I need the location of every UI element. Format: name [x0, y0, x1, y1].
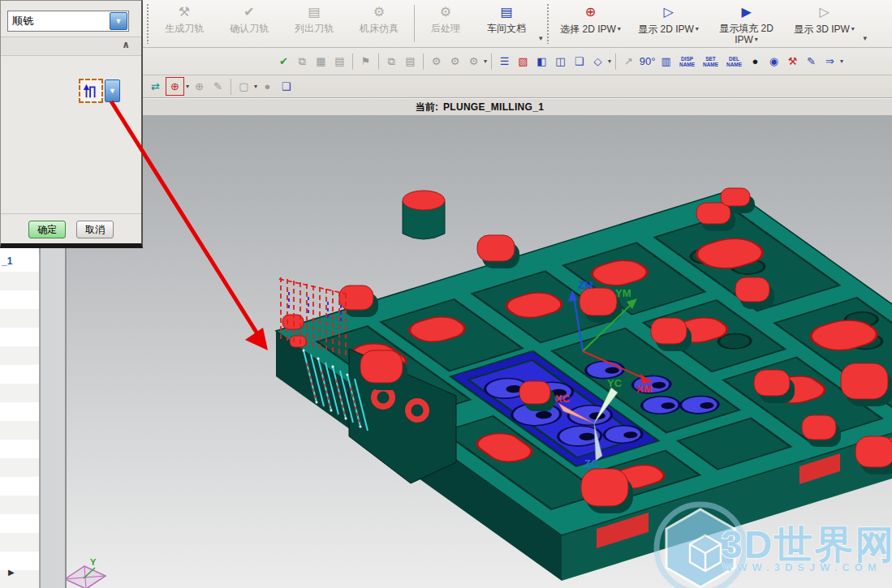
cube-corner-icon[interactable]: ❑ — [571, 53, 588, 70]
disp-name-icon[interactable]: DISP NAME — [676, 53, 698, 70]
machine-simulation-icon: ⚙ — [373, 5, 385, 21]
secondary-toolbar: ✔⧉▦▤⚑⧉▤⚙⚙⚙▾☰▧◧◫❑◇▾↗90°▥DISP NAMESET NAME… — [143, 48, 892, 75]
watermark-title: 3D世界网 — [721, 523, 892, 566]
verify-toolpath-button[interactable]: ✔ 确认刀轨 — [217, 0, 282, 34]
verify-toolpath-icon: ✔ — [243, 5, 254, 21]
dropdown-arrow-icon[interactable]: ▾ — [851, 25, 855, 32]
operation-navigator[interactable]: _1 ▶ — [0, 253, 40, 588]
toolbar-separator — [352, 54, 353, 70]
dropdown-arrow-icon[interactable]: ▾ — [186, 83, 189, 90]
generate-toolpath-button[interactable]: ⚒ 生成刀轨 — [152, 0, 217, 34]
swap-filter-icon[interactable]: ⇄ — [147, 78, 164, 95]
marquee-select-icon[interactable]: ▢ — [235, 78, 252, 95]
bounding-box-icon[interactable]: ◫ — [552, 53, 569, 70]
lamp-icon[interactable]: ● — [747, 53, 764, 70]
dropdown-arrow-icon[interactable]: ▾ — [618, 25, 621, 32]
button-label: 显示 3D IPW▾ — [794, 24, 855, 35]
table-icon[interactable]: ▤ — [331, 53, 348, 70]
document-icon[interactable]: ▤ — [402, 53, 419, 70]
paste-icon[interactable]: ▦ — [312, 53, 330, 70]
combo-value: 顺铣 — [8, 14, 109, 28]
mcs-xm-label: XM — [636, 383, 653, 395]
wcs-zc-label: ZC — [584, 457, 599, 470]
pattern-dropdown-icon[interactable]: ▼ — [105, 79, 120, 102]
spiral-icon[interactable]: ▧ — [515, 53, 532, 70]
toolbar-overflow-icon[interactable]: ▾ — [539, 34, 543, 42]
button-label: 机床仿真 — [360, 24, 399, 34]
toolbar-separator — [414, 5, 415, 42]
show-2d-ipw-icon: ▷ — [663, 5, 673, 21]
tools-icon[interactable]: ⚒ — [784, 53, 801, 70]
shaded-cube-icon[interactable]: ❑ — [278, 78, 295, 95]
status-bar: 当前: PLUNGE_MILLING_1 — [143, 98, 892, 115]
cut-pattern-button[interactable] — [79, 79, 103, 103]
mcs-ym-label: YM — [615, 287, 631, 299]
button-label: 车间文档 — [487, 24, 526, 34]
sweep-icon[interactable]: ◧ — [533, 53, 550, 70]
dropdown-arrow-icon[interactable]: ▾ — [484, 58, 487, 65]
machine-axis-icon[interactable]: ⚙ — [465, 53, 482, 70]
watermark-url: WWW.3DSJW.COM — [722, 561, 881, 573]
rotate-90-icon[interactable]: 90° — [639, 53, 656, 70]
toolbar-grip[interactable] — [546, 3, 550, 44]
current-operation-label: 当前: — [416, 101, 438, 114]
list-output-icon[interactable]: ☰ — [496, 53, 513, 70]
ok-button[interactable]: 确定 — [28, 221, 66, 238]
selection-toolbar: ⇄⊕▾⊕✎▢▾●❑ — [143, 75, 892, 98]
cancel-button[interactable]: 取消 — [76, 221, 114, 238]
diagonal-arrow-icon[interactable]: ↗ — [620, 53, 637, 70]
toolbar-grip[interactable] — [146, 3, 150, 44]
toolbar-separator — [378, 54, 379, 70]
del-name-icon[interactable]: DEL NAME — [723, 53, 745, 70]
show-filled-2d-ipw-icon: ▶ — [741, 5, 751, 21]
current-operation-value: PLUNGE_MILLING_1 — [443, 101, 544, 113]
postprocess-button[interactable]: ⚙ 后处理 — [417, 0, 474, 34]
dropdown-arrow-icon[interactable]: ▾ — [755, 36, 758, 43]
cut-direction-combo[interactable]: 顺铣 ▼ — [7, 11, 129, 32]
toolbar-overflow-icon[interactable]: ▾ — [864, 34, 868, 42]
toolbar-separator — [615, 54, 616, 70]
rotate-crosshair-icon[interactable]: ⊕ — [191, 78, 208, 95]
button-label: 选择 2D IPW▾ — [560, 24, 621, 35]
dropdown-arrow-icon[interactable]: ▾ — [696, 25, 699, 32]
section-header: ∧ — [1, 36, 141, 56]
book-icon[interactable]: ▥ — [657, 53, 674, 70]
show-filled-2d-ipw-button[interactable]: ▶ 显示填充 2D IPW▾ — [708, 0, 786, 45]
cube-outline-icon[interactable]: ◇ — [589, 53, 606, 70]
part-model — [276, 188, 892, 581]
apply-check-icon[interactable]: ✔ — [275, 53, 292, 70]
list-toolpath-button[interactable]: ▤ 列出刀轨 — [282, 0, 347, 34]
eye-icon[interactable]: ◉ — [765, 53, 782, 70]
button-label: 生成刀轨 — [165, 24, 204, 34]
collapse-chevron-icon[interactable]: ∧ — [122, 39, 130, 50]
show-3d-ipw-button[interactable]: ▷ 显示 3D IPW▾ — [786, 0, 864, 35]
wcs-xc-label: XC — [555, 393, 571, 405]
dropdown-arrow-icon[interactable]: ▾ — [608, 58, 611, 65]
expand-arrow-icon[interactable]: ▶ — [8, 568, 15, 577]
button-label: 后处理 — [431, 24, 460, 34]
wcs-yc-label: YC — [607, 377, 623, 389]
crosshair-funnel-icon[interactable]: ⊕ — [166, 77, 184, 96]
toolbar-separator — [491, 54, 492, 70]
probe-icon[interactable]: ✎ — [209, 78, 226, 95]
navigator-item-partial[interactable]: _1 — [0, 253, 39, 269]
set-name-icon[interactable]: SET NAME — [700, 53, 722, 70]
flag-icon[interactable]: ⚑ — [357, 53, 374, 70]
shaded-sphere-icon[interactable]: ● — [259, 78, 276, 95]
layers-icon[interactable]: ⧉ — [383, 53, 400, 70]
arrow-right-icon[interactable]: ⇒ — [821, 53, 838, 70]
select-2d-ipw-button[interactable]: ⊕ 选择 2D IPW▾ — [552, 0, 630, 35]
machine-tool-icon[interactable]: ⚙ — [446, 53, 463, 70]
show-2d-ipw-button[interactable]: ▷ 显示 2D IPW▾ — [630, 0, 708, 35]
copy-icon[interactable]: ⧉ — [294, 53, 311, 70]
shop-documentation-button[interactable]: ▤ 车间文档 — [474, 0, 539, 34]
watermark: 3D世界网 WWW.3DSJW.COM — [657, 504, 892, 588]
combo-dropdown-icon[interactable]: ▼ — [110, 12, 127, 30]
dropdown-arrow-icon[interactable]: ▾ — [254, 83, 257, 90]
shop-documentation-icon: ▤ — [500, 5, 512, 21]
button-label: 列出刀轨 — [295, 24, 334, 34]
machine-head-icon[interactable]: ⚙ — [428, 53, 445, 70]
pencil-icon[interactable]: ✎ — [803, 53, 820, 70]
machine-simulation-button[interactable]: ⚙ 机床仿真 — [347, 0, 412, 34]
dropdown-arrow-icon[interactable]: ▾ — [840, 58, 843, 65]
